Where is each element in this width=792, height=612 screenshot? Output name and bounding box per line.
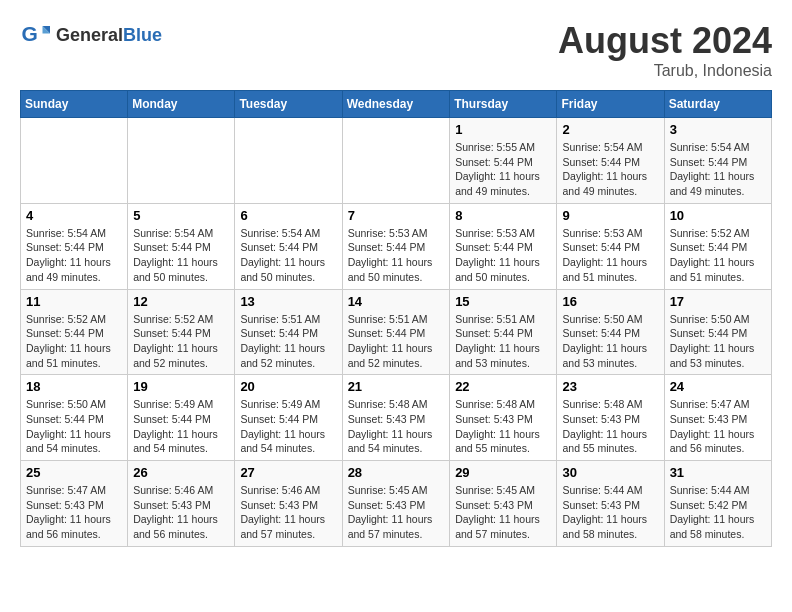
day-number: 14 bbox=[348, 294, 445, 309]
day-number: 3 bbox=[670, 122, 766, 137]
day-number: 5 bbox=[133, 208, 229, 223]
weekday-header-thursday: Thursday bbox=[450, 91, 557, 118]
day-info: Sunrise: 5:51 AMSunset: 5:44 PMDaylight:… bbox=[240, 312, 336, 371]
day-number: 24 bbox=[670, 379, 766, 394]
calendar-empty-cell bbox=[128, 118, 235, 204]
calendar-day-18: 18Sunrise: 5:50 AMSunset: 5:44 PMDayligh… bbox=[21, 375, 128, 461]
day-info: Sunrise: 5:44 AMSunset: 5:43 PMDaylight:… bbox=[562, 483, 658, 542]
day-info: Sunrise: 5:48 AMSunset: 5:43 PMDaylight:… bbox=[348, 397, 445, 456]
calendar-day-16: 16Sunrise: 5:50 AMSunset: 5:44 PMDayligh… bbox=[557, 289, 664, 375]
day-number: 9 bbox=[562, 208, 658, 223]
day-info: Sunrise: 5:50 AMSunset: 5:44 PMDaylight:… bbox=[562, 312, 658, 371]
day-number: 7 bbox=[348, 208, 445, 223]
calendar-day-22: 22Sunrise: 5:48 AMSunset: 5:43 PMDayligh… bbox=[450, 375, 557, 461]
calendar-day-26: 26Sunrise: 5:46 AMSunset: 5:43 PMDayligh… bbox=[128, 461, 235, 547]
calendar-week-row: 1Sunrise: 5:55 AMSunset: 5:44 PMDaylight… bbox=[21, 118, 772, 204]
calendar-day-4: 4Sunrise: 5:54 AMSunset: 5:44 PMDaylight… bbox=[21, 203, 128, 289]
calendar-day-28: 28Sunrise: 5:45 AMSunset: 5:43 PMDayligh… bbox=[342, 461, 450, 547]
day-number: 8 bbox=[455, 208, 551, 223]
day-info: Sunrise: 5:48 AMSunset: 5:43 PMDaylight:… bbox=[455, 397, 551, 456]
day-number: 17 bbox=[670, 294, 766, 309]
day-number: 29 bbox=[455, 465, 551, 480]
day-number: 10 bbox=[670, 208, 766, 223]
calendar-table: SundayMondayTuesdayWednesdayThursdayFrid… bbox=[20, 90, 772, 547]
calendar-day-5: 5Sunrise: 5:54 AMSunset: 5:44 PMDaylight… bbox=[128, 203, 235, 289]
day-number: 23 bbox=[562, 379, 658, 394]
day-info: Sunrise: 5:45 AMSunset: 5:43 PMDaylight:… bbox=[455, 483, 551, 542]
calendar-day-21: 21Sunrise: 5:48 AMSunset: 5:43 PMDayligh… bbox=[342, 375, 450, 461]
day-number: 28 bbox=[348, 465, 445, 480]
day-info: Sunrise: 5:54 AMSunset: 5:44 PMDaylight:… bbox=[562, 140, 658, 199]
day-number: 18 bbox=[26, 379, 122, 394]
day-info: Sunrise: 5:55 AMSunset: 5:44 PMDaylight:… bbox=[455, 140, 551, 199]
day-number: 27 bbox=[240, 465, 336, 480]
day-info: Sunrise: 5:54 AMSunset: 5:44 PMDaylight:… bbox=[133, 226, 229, 285]
day-number: 1 bbox=[455, 122, 551, 137]
calendar-empty-cell bbox=[235, 118, 342, 204]
calendar-day-31: 31Sunrise: 5:44 AMSunset: 5:42 PMDayligh… bbox=[664, 461, 771, 547]
day-info: Sunrise: 5:45 AMSunset: 5:43 PMDaylight:… bbox=[348, 483, 445, 542]
day-info: Sunrise: 5:47 AMSunset: 5:43 PMDaylight:… bbox=[670, 397, 766, 456]
calendar-week-row: 11Sunrise: 5:52 AMSunset: 5:44 PMDayligh… bbox=[21, 289, 772, 375]
calendar-day-11: 11Sunrise: 5:52 AMSunset: 5:44 PMDayligh… bbox=[21, 289, 128, 375]
logo: G GeneralBlue bbox=[20, 20, 162, 50]
day-info: Sunrise: 5:53 AMSunset: 5:44 PMDaylight:… bbox=[455, 226, 551, 285]
day-number: 15 bbox=[455, 294, 551, 309]
weekday-header-sunday: Sunday bbox=[21, 91, 128, 118]
day-info: Sunrise: 5:54 AMSunset: 5:44 PMDaylight:… bbox=[26, 226, 122, 285]
calendar-subtitle: Tarub, Indonesia bbox=[558, 62, 772, 80]
day-info: Sunrise: 5:49 AMSunset: 5:44 PMDaylight:… bbox=[240, 397, 336, 456]
calendar-day-30: 30Sunrise: 5:44 AMSunset: 5:43 PMDayligh… bbox=[557, 461, 664, 547]
calendar-day-24: 24Sunrise: 5:47 AMSunset: 5:43 PMDayligh… bbox=[664, 375, 771, 461]
day-number: 12 bbox=[133, 294, 229, 309]
day-info: Sunrise: 5:54 AMSunset: 5:44 PMDaylight:… bbox=[670, 140, 766, 199]
svg-text:G: G bbox=[22, 22, 38, 45]
day-info: Sunrise: 5:51 AMSunset: 5:44 PMDaylight:… bbox=[455, 312, 551, 371]
title-block: August 2024 Tarub, Indonesia bbox=[558, 20, 772, 80]
calendar-day-19: 19Sunrise: 5:49 AMSunset: 5:44 PMDayligh… bbox=[128, 375, 235, 461]
calendar-day-23: 23Sunrise: 5:48 AMSunset: 5:43 PMDayligh… bbox=[557, 375, 664, 461]
calendar-day-7: 7Sunrise: 5:53 AMSunset: 5:44 PMDaylight… bbox=[342, 203, 450, 289]
day-number: 21 bbox=[348, 379, 445, 394]
calendar-week-row: 25Sunrise: 5:47 AMSunset: 5:43 PMDayligh… bbox=[21, 461, 772, 547]
logo-text-blue: Blue bbox=[123, 25, 162, 45]
weekday-header-monday: Monday bbox=[128, 91, 235, 118]
day-info: Sunrise: 5:46 AMSunset: 5:43 PMDaylight:… bbox=[133, 483, 229, 542]
weekday-header-friday: Friday bbox=[557, 91, 664, 118]
calendar-day-13: 13Sunrise: 5:51 AMSunset: 5:44 PMDayligh… bbox=[235, 289, 342, 375]
day-info: Sunrise: 5:46 AMSunset: 5:43 PMDaylight:… bbox=[240, 483, 336, 542]
calendar-day-9: 9Sunrise: 5:53 AMSunset: 5:44 PMDaylight… bbox=[557, 203, 664, 289]
day-number: 30 bbox=[562, 465, 658, 480]
day-number: 11 bbox=[26, 294, 122, 309]
calendar-empty-cell bbox=[342, 118, 450, 204]
day-info: Sunrise: 5:49 AMSunset: 5:44 PMDaylight:… bbox=[133, 397, 229, 456]
day-info: Sunrise: 5:53 AMSunset: 5:44 PMDaylight:… bbox=[348, 226, 445, 285]
day-number: 25 bbox=[26, 465, 122, 480]
calendar-day-15: 15Sunrise: 5:51 AMSunset: 5:44 PMDayligh… bbox=[450, 289, 557, 375]
day-info: Sunrise: 5:52 AMSunset: 5:44 PMDaylight:… bbox=[133, 312, 229, 371]
calendar-day-3: 3Sunrise: 5:54 AMSunset: 5:44 PMDaylight… bbox=[664, 118, 771, 204]
day-info: Sunrise: 5:52 AMSunset: 5:44 PMDaylight:… bbox=[670, 226, 766, 285]
weekday-header-row: SundayMondayTuesdayWednesdayThursdayFrid… bbox=[21, 91, 772, 118]
calendar-day-8: 8Sunrise: 5:53 AMSunset: 5:44 PMDaylight… bbox=[450, 203, 557, 289]
day-info: Sunrise: 5:51 AMSunset: 5:44 PMDaylight:… bbox=[348, 312, 445, 371]
calendar-title: August 2024 bbox=[558, 20, 772, 62]
calendar-day-20: 20Sunrise: 5:49 AMSunset: 5:44 PMDayligh… bbox=[235, 375, 342, 461]
logo-text-general: General bbox=[56, 25, 123, 45]
calendar-day-17: 17Sunrise: 5:50 AMSunset: 5:44 PMDayligh… bbox=[664, 289, 771, 375]
day-info: Sunrise: 5:48 AMSunset: 5:43 PMDaylight:… bbox=[562, 397, 658, 456]
day-info: Sunrise: 5:50 AMSunset: 5:44 PMDaylight:… bbox=[26, 397, 122, 456]
day-number: 22 bbox=[455, 379, 551, 394]
day-info: Sunrise: 5:47 AMSunset: 5:43 PMDaylight:… bbox=[26, 483, 122, 542]
calendar-day-29: 29Sunrise: 5:45 AMSunset: 5:43 PMDayligh… bbox=[450, 461, 557, 547]
day-number: 31 bbox=[670, 465, 766, 480]
calendar-day-25: 25Sunrise: 5:47 AMSunset: 5:43 PMDayligh… bbox=[21, 461, 128, 547]
day-info: Sunrise: 5:44 AMSunset: 5:42 PMDaylight:… bbox=[670, 483, 766, 542]
day-info: Sunrise: 5:53 AMSunset: 5:44 PMDaylight:… bbox=[562, 226, 658, 285]
calendar-day-12: 12Sunrise: 5:52 AMSunset: 5:44 PMDayligh… bbox=[128, 289, 235, 375]
calendar-day-10: 10Sunrise: 5:52 AMSunset: 5:44 PMDayligh… bbox=[664, 203, 771, 289]
calendar-week-row: 18Sunrise: 5:50 AMSunset: 5:44 PMDayligh… bbox=[21, 375, 772, 461]
calendar-day-27: 27Sunrise: 5:46 AMSunset: 5:43 PMDayligh… bbox=[235, 461, 342, 547]
day-number: 16 bbox=[562, 294, 658, 309]
weekday-header-wednesday: Wednesday bbox=[342, 91, 450, 118]
